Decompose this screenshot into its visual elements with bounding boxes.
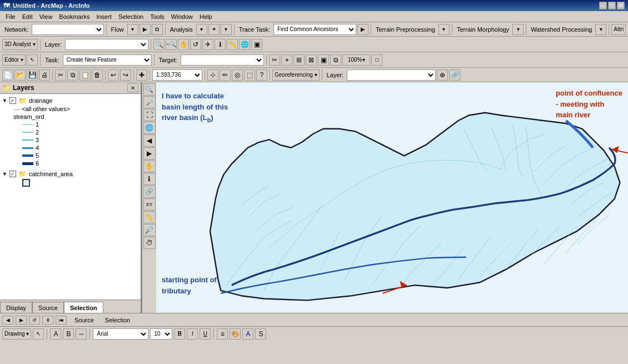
panel-close-btn[interactable]: ✕ bbox=[127, 83, 138, 92]
identify-icon[interactable]: ℹ bbox=[215, 39, 226, 50]
edit-icon2[interactable]: ⌖ bbox=[281, 54, 292, 66]
hyperlink-tool[interactable]: 🔗 bbox=[143, 186, 156, 198]
menu-window[interactable]: Window bbox=[168, 12, 196, 21]
underline-btn[interactable]: U bbox=[200, 328, 211, 340]
open-icon[interactable]: 📂 bbox=[14, 69, 26, 81]
color-icon[interactable]: A bbox=[242, 328, 253, 340]
drainage-layer[interactable]: ▼ 📁 drainage bbox=[2, 96, 138, 105]
shadow-icon[interactable]: S bbox=[255, 328, 266, 340]
tab-display[interactable]: Display bbox=[0, 302, 32, 313]
trace-run[interactable]: ▶ bbox=[357, 24, 368, 35]
zoom-out-tool[interactable]: 🔎 bbox=[143, 96, 156, 108]
undo-icon[interactable]: ↩ bbox=[108, 69, 119, 81]
identify-tool[interactable]: ℹ bbox=[143, 173, 156, 185]
find-tool[interactable]: 🔎 bbox=[143, 224, 156, 236]
minimize-btn[interactable]: ─ bbox=[599, 2, 607, 9]
delete-icon[interactable]: 🗑 bbox=[92, 69, 103, 81]
pan-icon[interactable]: ✋ bbox=[178, 39, 189, 50]
zoom-in-tool[interactable]: 🔍 bbox=[143, 83, 156, 96]
snap-icon[interactable]: ◎ bbox=[232, 69, 243, 81]
select-icon[interactable]: ⬚ bbox=[244, 69, 255, 81]
georef-btn[interactable]: Georeferencing ▾ bbox=[272, 69, 320, 81]
zoom-pct[interactable]: 100%▾ bbox=[342, 54, 370, 66]
time-slider-tool[interactable]: ⏱ bbox=[143, 237, 156, 249]
font-select[interactable]: Arial bbox=[93, 328, 148, 340]
edit-icon3[interactable]: ⊞ bbox=[293, 54, 305, 66]
cut-icon[interactable]: ✂ bbox=[55, 69, 66, 81]
xy-tool[interactable]: XY bbox=[143, 198, 156, 211]
maximize-btn[interactable]: □ bbox=[608, 2, 616, 9]
analysis-dropdown[interactable]: ▾ bbox=[196, 24, 207, 35]
add-data-icon[interactable]: ✚ bbox=[136, 69, 147, 81]
drainage-checkbox[interactable] bbox=[9, 97, 16, 104]
zoom-preset[interactable]: □ bbox=[371, 54, 382, 66]
rotate-icon[interactable]: ↺ bbox=[190, 39, 201, 50]
font-size-select[interactable]: 10 bbox=[150, 328, 172, 340]
tab-source[interactable]: Source bbox=[32, 302, 64, 313]
measure-icon[interactable]: 📏 bbox=[227, 39, 238, 50]
edit-icon6[interactable]: ⧉ bbox=[330, 54, 341, 66]
help-icon[interactable]: ? bbox=[256, 69, 267, 81]
menu-view[interactable]: View bbox=[36, 12, 56, 21]
edit-icon4[interactable]: ⊠ bbox=[306, 54, 317, 66]
target-select[interactable] bbox=[181, 54, 264, 66]
arrow-tool[interactable]: ↖ bbox=[27, 54, 38, 66]
bold-btn[interactable]: B bbox=[174, 328, 185, 340]
layer-select[interactable] bbox=[65, 39, 148, 50]
flow-btn1[interactable]: ▶ bbox=[139, 24, 151, 35]
terrain-dropdown[interactable]: ▾ bbox=[438, 24, 450, 35]
globe-tool[interactable]: 🌐 bbox=[143, 122, 156, 134]
align-icon[interactable]: ≡ bbox=[217, 328, 228, 340]
status-back-btn[interactable]: ◀ bbox=[2, 316, 13, 325]
catchment-layer[interactable]: ▼ 📁 catchment_area bbox=[2, 169, 138, 178]
analysis-btn[interactable]: ✦ bbox=[208, 24, 220, 35]
forward-tool[interactable]: ▶ bbox=[143, 147, 156, 159]
3d-analyst-btn[interactable]: 3D Analyst ▾ bbox=[2, 39, 38, 50]
new-icon[interactable]: 📄 bbox=[2, 69, 13, 81]
scale-select[interactable]: 1:393,736 bbox=[152, 69, 202, 81]
georef-layer-select[interactable] bbox=[347, 69, 436, 81]
menu-tools[interactable]: Tools bbox=[147, 12, 168, 21]
fly-icon[interactable]: ✈ bbox=[202, 39, 213, 50]
status-refresh-btn[interactable]: ↺ bbox=[29, 316, 40, 325]
catchment-expand-icon[interactable]: ▼ bbox=[2, 171, 7, 177]
flow-btn2[interactable]: ⧉ bbox=[152, 24, 163, 35]
menu-selection[interactable]: Selection bbox=[115, 12, 147, 21]
terrain-morph-dropdown[interactable]: ▾ bbox=[512, 24, 524, 35]
menu-insert[interactable]: Insert bbox=[93, 12, 115, 21]
georef-add-icon[interactable]: ⊕ bbox=[437, 69, 448, 81]
fill-icon[interactable]: 🎨 bbox=[230, 328, 241, 340]
drawing-label-btn[interactable]: Drawing ▾ bbox=[2, 328, 31, 340]
menu-bookmarks[interactable]: Bookmarks bbox=[56, 12, 93, 21]
redo-icon[interactable]: ↪ bbox=[120, 69, 131, 81]
drawing-cursor[interactable]: ↖ bbox=[33, 328, 44, 340]
drawing-icon2[interactable]: B bbox=[63, 328, 74, 340]
status-prev-btn[interactable]: ⏮ bbox=[56, 316, 67, 325]
measure-tool[interactable]: 📏 bbox=[143, 211, 156, 223]
catchment-checkbox[interactable] bbox=[9, 171, 16, 177]
print-icon[interactable]: 🖨 bbox=[39, 69, 50, 81]
copy-icon[interactable]: ⧉ bbox=[67, 69, 78, 81]
georef-link-icon[interactable]: 🔗 bbox=[449, 69, 460, 81]
save-icon[interactable]: 💾 bbox=[27, 69, 38, 81]
close-btn[interactable]: ✕ bbox=[617, 2, 625, 9]
italic-btn[interactable]: I bbox=[187, 328, 198, 340]
pan-tool[interactable]: ✋ bbox=[143, 160, 156, 172]
drawing-icon1[interactable]: A bbox=[50, 328, 61, 340]
task-select[interactable]: Create New Feature bbox=[63, 54, 152, 66]
vertex-icon[interactable]: ⊹ bbox=[207, 69, 218, 81]
trace-select[interactable]: Find Common Ancestors bbox=[273, 24, 356, 35]
attri-btn[interactable]: Attri bbox=[611, 24, 626, 35]
analysis-btn2[interactable]: ▾ bbox=[221, 24, 232, 35]
tab-selection[interactable]: Selection bbox=[64, 302, 103, 313]
status-fwd-btn[interactable]: ▶ bbox=[16, 316, 27, 325]
menu-help[interactable]: Help bbox=[196, 12, 216, 21]
back-tool[interactable]: ◀ bbox=[143, 134, 156, 147]
edit-icon5[interactable]: ▣ bbox=[318, 54, 329, 66]
network-select[interactable] bbox=[32, 24, 103, 35]
paste-icon[interactable]: 📋 bbox=[79, 69, 91, 81]
edit-icon1[interactable]: ✂ bbox=[269, 54, 280, 66]
globe-icon[interactable]: 🌐 bbox=[239, 39, 250, 50]
status-pause-btn[interactable]: ⏸ bbox=[42, 316, 53, 325]
drainage-expand-icon[interactable]: ▼ bbox=[2, 98, 7, 103]
